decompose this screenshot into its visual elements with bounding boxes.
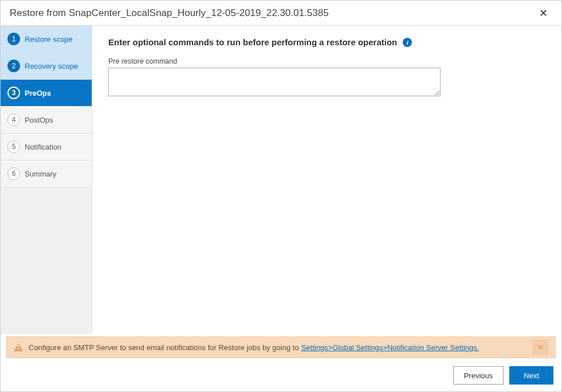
step-label: Restore scope — [25, 35, 73, 44]
info-icon[interactable]: i — [403, 38, 412, 47]
step-postops[interactable]: 4 PostOps — [1, 107, 92, 134]
previous-button[interactable]: Previous — [453, 366, 504, 385]
pre-restore-command-input[interactable] — [108, 68, 441, 96]
step-number: 1 — [7, 33, 20, 45]
main-content: Enter optional commands to run before pe… — [92, 26, 561, 334]
step-label: Notification — [25, 143, 61, 151]
step-preops[interactable]: 3 PreOps — [1, 80, 92, 107]
step-number: 2 — [7, 60, 20, 72]
pre-restore-label: Pre restore command — [108, 57, 545, 65]
footer-buttons: Previous Next — [453, 366, 553, 385]
next-button[interactable]: Next — [509, 366, 553, 385]
heading-text: Enter optional commands to run before pe… — [108, 37, 397, 47]
wizard-sidebar: 1 Restore scope 2 Recovery scope 3 PreOp… — [1, 26, 92, 334]
step-number: 6 — [7, 167, 20, 180]
step-label: PreOps — [25, 89, 51, 97]
notification-text: Configure an SMTP Server to send email n… — [29, 343, 299, 352]
step-recovery-scope[interactable]: 2 Recovery scope — [1, 53, 92, 80]
step-number: 4 — [7, 113, 20, 126]
dialog-header: Restore from SnapCenter_LocalSnap_Hourly… — [1, 1, 561, 26]
step-number: 5 — [7, 140, 20, 153]
step-restore-scope[interactable]: 1 Restore scope — [1, 26, 92, 53]
step-number: 3 — [7, 87, 20, 99]
step-label: Recovery scope — [25, 62, 78, 70]
step-label: Summary — [25, 170, 57, 178]
smtp-warning-bar: Configure an SMTP Server to send email n… — [6, 336, 556, 358]
warning-icon — [14, 343, 23, 351]
step-label: PostOps — [25, 116, 53, 124]
close-icon[interactable]: ✕ — [535, 5, 552, 22]
content-heading: Enter optional commands to run before pe… — [108, 37, 545, 47]
notification-close-icon[interactable]: ✕ — [532, 339, 548, 355]
step-summary[interactable]: 6 Summary — [1, 160, 92, 187]
dialog-title: Restore from SnapCenter_LocalSnap_Hourly… — [10, 7, 329, 19]
dialog-body: 1 Restore scope 2 Recovery scope 3 PreOp… — [1, 26, 561, 334]
step-notification[interactable]: 5 Notification — [1, 134, 92, 160]
notification-settings-link[interactable]: Settings>Global Settings>Notification Se… — [301, 343, 480, 352]
